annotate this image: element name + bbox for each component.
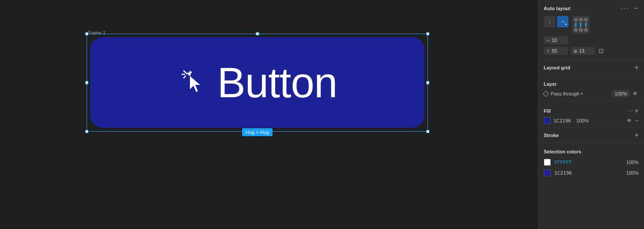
auto-layout-close-btn[interactable]: − bbox=[633, 4, 639, 12]
fill-header-row: Fill ⋯ + bbox=[544, 107, 639, 114]
layer-opacity-field[interactable]: 100% bbox=[612, 90, 630, 97]
sel-color-opacity-blue: 100% bbox=[626, 170, 639, 176]
sel-color-swatch-white[interactable] bbox=[544, 159, 551, 166]
fill-dots-btn[interactable]: ⋯ bbox=[628, 107, 633, 114]
layout-grid-title: Layout grid bbox=[544, 65, 570, 70]
selection-colors-title: Selection colors bbox=[544, 149, 581, 154]
spacing-row-1: ⇔ 10 bbox=[544, 36, 639, 44]
auto-layout-more-btn[interactable]: ··· bbox=[620, 4, 630, 12]
layout-grid-section: Layout grid + bbox=[538, 60, 644, 76]
cursor-icon bbox=[178, 67, 208, 98]
add-layout-grid-btn[interactable]: + bbox=[635, 64, 639, 71]
align-dot-3 bbox=[584, 18, 588, 22]
fill-section: Fill ⋯ + 1C2196 100% 👁 − bbox=[538, 101, 644, 128]
auto-layout-title: Auto layout bbox=[544, 6, 571, 11]
auto-layout-section: Auto layout ··· − ↓ → ▸ bbox=[538, 0, 644, 60]
spacing-vertical-field[interactable]: ⇕ 55 bbox=[544, 47, 568, 55]
direction-controls: ↓ → ▸ bbox=[544, 16, 568, 27]
button-frame[interactable]: Button bbox=[90, 37, 424, 128]
fill-visibility-btn[interactable]: 👁 bbox=[626, 118, 633, 124]
align-bar-3 bbox=[585, 23, 587, 27]
right-panel: Auto layout ··· − ↓ → ▸ bbox=[538, 0, 644, 229]
frame-label: Frame 1 bbox=[87, 30, 106, 35]
remove-fill-btn[interactable]: − bbox=[635, 117, 639, 124]
align-dot-4 bbox=[574, 28, 578, 32]
resize-icon-btn[interactable]: ⊡ bbox=[598, 47, 605, 54]
spacing-h-value: 10 bbox=[552, 38, 557, 43]
direction-down-btn[interactable]: ↓ bbox=[544, 16, 555, 27]
spacing-v-value: 55 bbox=[552, 48, 557, 53]
fill-title: Fill bbox=[544, 108, 551, 114]
layer-section: Layer Pass through ▾ 100% 👁 bbox=[538, 76, 644, 101]
sel-color-swatch-blue[interactable] bbox=[544, 169, 551, 176]
layer-mode-selector[interactable]: Pass through ▾ bbox=[551, 91, 583, 96]
fill-hex-value[interactable]: 1C2196 bbox=[553, 118, 571, 124]
align-dot-2 bbox=[579, 18, 583, 22]
handle-mr[interactable] bbox=[426, 81, 429, 84]
fill-color-swatch[interactable] bbox=[544, 117, 551, 124]
stroke-section: Stroke + bbox=[538, 128, 644, 143]
direction-right-btn[interactable]: → ▸ bbox=[557, 16, 568, 27]
canvas: Frame 1 Button Hug × Hug bbox=[0, 0, 538, 229]
selection-color-row-blue: 1C2196 100% bbox=[544, 169, 639, 176]
align-dot-1 bbox=[574, 18, 578, 22]
layer-title: Layer bbox=[544, 81, 557, 87]
sel-color-opacity-white: 100% bbox=[626, 160, 639, 165]
align-dot-6 bbox=[584, 28, 588, 32]
align-bar-2 bbox=[580, 23, 581, 27]
handle-ml[interactable] bbox=[85, 81, 88, 84]
svg-line-5 bbox=[184, 76, 186, 78]
selection-color-row-white: FFFFFF 100% bbox=[544, 159, 639, 166]
sel-color-hex-blue[interactable]: 1C2196 bbox=[554, 170, 572, 176]
layer-visibility-btn[interactable]: 👁 bbox=[632, 91, 639, 97]
align-grid[interactable] bbox=[572, 16, 590, 34]
add-fill-btn[interactable]: + bbox=[635, 107, 639, 114]
handle-bl[interactable] bbox=[85, 130, 88, 133]
spacing-row-2: ⇕ 55 ▣ 13 ⊡ bbox=[544, 47, 639, 55]
diamond-icon bbox=[543, 91, 549, 97]
svg-line-3 bbox=[184, 71, 186, 73]
button-label: Button bbox=[217, 58, 337, 107]
handle-tm[interactable] bbox=[256, 32, 259, 35]
fill-opacity-value[interactable]: 100% bbox=[576, 118, 589, 123]
align-dot-5 bbox=[579, 28, 583, 32]
padding-value: 13 bbox=[579, 48, 584, 53]
padding-field[interactable]: ▣ 13 bbox=[571, 47, 595, 55]
selection-colors-section: Selection colors FFFFFF 100% 1C2196 100% bbox=[538, 143, 644, 181]
stroke-title: Stroke bbox=[544, 133, 559, 138]
align-bar bbox=[575, 23, 576, 27]
handle-br[interactable] bbox=[426, 130, 429, 133]
spacing-horizontal-field[interactable]: ⇔ 10 bbox=[544, 36, 568, 44]
sel-color-hex-white[interactable]: FFFFFF bbox=[554, 160, 572, 165]
handle-tr[interactable] bbox=[426, 32, 429, 35]
hug-label: Hug × Hug bbox=[242, 128, 273, 136]
layer-row: Pass through ▾ 100% 👁 bbox=[544, 90, 639, 97]
add-stroke-btn[interactable]: + bbox=[635, 132, 639, 139]
chevron-down-icon: ▾ bbox=[581, 92, 583, 96]
